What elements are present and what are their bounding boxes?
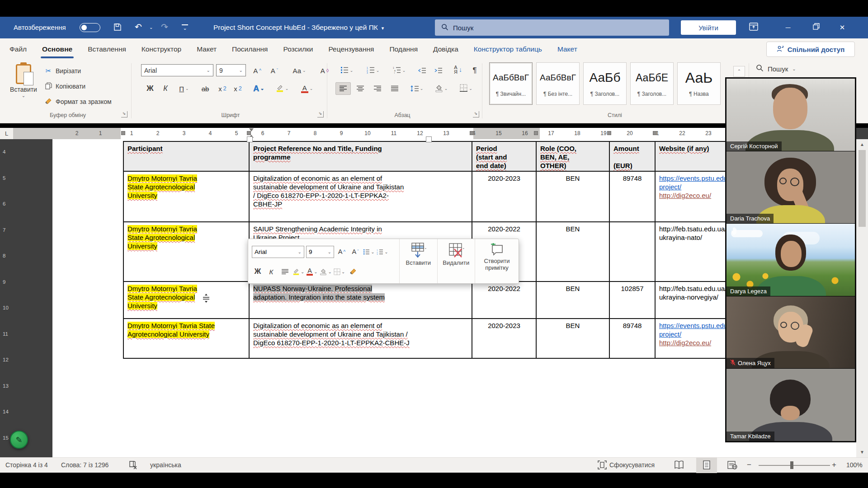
underline-button[interactable]: П⌄ (174, 82, 194, 95)
style-card[interactable]: АаБбВвГ¶ Звичайн... (489, 62, 533, 105)
mini-numbering-button[interactable]: 123⌄ (377, 245, 388, 258)
close-button[interactable]: ✕ (835, 23, 849, 33)
tab-Макет[interactable]: Макет (189, 38, 224, 60)
font-color-button[interactable]: А ⌄ (296, 82, 318, 95)
scrollbar-thumb[interactable] (859, 150, 866, 227)
text-effects-button[interactable]: А⌄ (249, 82, 269, 95)
role-cell[interactable]: BEN (537, 172, 610, 222)
tab-Макет[interactable]: Макет (550, 38, 585, 60)
mini-italic-button[interactable]: К (265, 265, 277, 278)
style-card[interactable]: АаЬ¶ Назва (677, 62, 721, 105)
period-cell[interactable]: 2020-2022 (472, 282, 537, 319)
participant-tile[interactable]: Darya Legeza (726, 224, 855, 296)
proofing-errors-icon[interactable] (127, 460, 138, 471)
new-comment-button[interactable]: Створитипримітку (475, 239, 519, 283)
subscript-button[interactable]: x2 (215, 82, 230, 95)
word-count[interactable]: Слова: 7 із 1296 (61, 461, 108, 469)
role-cell[interactable]: BEN (537, 319, 610, 359)
mini-bold-button[interactable]: Ж (252, 265, 264, 278)
mini-borders-button[interactable]: ⌄ (334, 265, 345, 278)
search-input[interactable]: Пошук (435, 19, 669, 36)
style-card[interactable]: АаБбВвГ¶ Без інте... (536, 62, 580, 105)
tab-Файл[interactable]: Файл (2, 38, 34, 60)
table-column-marker[interactable] (534, 131, 538, 135)
table-header-cell[interactable]: Project Reference No and Title, Fundingp… (250, 142, 472, 172)
paste-button[interactable]: Вставити ⌄ (6, 63, 41, 110)
amount-cell[interactable] (610, 222, 656, 282)
mini-justify-button[interactable] (279, 265, 291, 278)
project-cell[interactable]: Digitalization of economic as an element… (250, 172, 472, 222)
text-highlight-button[interactable]: ⌄ (271, 82, 293, 95)
table-header-cell[interactable]: Period(start andend date) (472, 142, 537, 172)
print-layout-icon[interactable] (701, 460, 712, 471)
shrink-font-button[interactable]: Аˇ (267, 64, 282, 77)
ribbon-search-button[interactable]: Пошук ⌄ (756, 64, 796, 73)
mini-shading-button[interactable]: ⌄ (320, 265, 331, 278)
table-header-cell[interactable]: Amount (EUR) (610, 142, 656, 172)
document-title[interactable]: Project Short Concept HubEd - Збережено … (213, 23, 384, 32)
increase-indent-button[interactable] (431, 64, 446, 77)
scroll-down-icon[interactable]: ▼ (856, 450, 868, 455)
superscript-button[interactable]: x2 (231, 82, 245, 95)
undo-icon[interactable]: ↶ (135, 22, 142, 32)
redo-icon[interactable]: ↷ (161, 22, 168, 32)
participant-tile[interactable]: Tamar Kbiladze (726, 369, 855, 441)
multilevel-list-button[interactable]: 1ai ⌄ (387, 64, 411, 77)
change-case-button[interactable]: Аа⌄ (288, 64, 311, 77)
participant-cell[interactable]: Dmytro Motornyi Tavria StateAgrotecnolog… (124, 319, 250, 359)
tab-Вставлення[interactable]: Вставлення (80, 38, 134, 60)
copy-button[interactable]: Копіювати (44, 80, 85, 93)
language-indicator[interactable]: українська (150, 461, 181, 469)
numbering-button[interactable]: 123 ⌄ (361, 64, 385, 77)
style-card[interactable]: АаБбЕ¶ Заголов... (630, 62, 674, 105)
mini-shrink-font-button[interactable]: Аˇ (349, 245, 361, 258)
font-dialog-launcher[interactable]: ⇘ (317, 111, 324, 117)
delete-table-button[interactable]: ⌄ Видалити (437, 239, 475, 283)
read-mode-icon[interactable] (674, 460, 684, 471)
zoom-out-button[interactable]: − (747, 460, 751, 469)
share-button[interactable]: Спільний доступ (766, 42, 855, 57)
tab-Розсилки[interactable]: Розсилки (275, 38, 321, 60)
tab-Посилання[interactable]: Посилання (224, 38, 275, 60)
participant-cell[interactable]: Dmytro Motornyi TavriaState Agrotecnolog… (124, 172, 250, 222)
role-cell[interactable]: BEN (537, 222, 610, 282)
table-column-marker[interactable] (121, 131, 125, 135)
tab-Конструктор[interactable]: Конструктор (134, 38, 189, 60)
sign-in-button[interactable]: Увійти (681, 20, 736, 35)
column-resize-handle[interactable] (426, 136, 432, 142)
minimize-button[interactable]: ─ (781, 23, 795, 33)
autosave-toggle[interactable] (80, 23, 100, 32)
save-icon[interactable] (113, 23, 122, 34)
clear-formatting-button[interactable]: А◊ (316, 64, 334, 77)
zoom-slider-track[interactable] (759, 465, 830, 466)
period-cell[interactable]: 2020-2023 (472, 172, 537, 222)
tab-Конструктор таблиць[interactable]: Конструктор таблиць (466, 38, 550, 60)
restore-button[interactable] (809, 23, 823, 33)
italic-button[interactable]: К (159, 82, 172, 95)
tab-Подання[interactable]: Подання (382, 38, 425, 60)
project-cell[interactable]: NUPASS Norway-Ukraine. Professionaladapt… (250, 282, 472, 319)
align-left-button[interactable] (335, 82, 351, 95)
ribbon-display-options-icon[interactable] (747, 23, 760, 33)
hyperlink[interactable]: project/ (659, 330, 681, 338)
first-line-indent-marker[interactable] (249, 128, 254, 131)
hyperlink[interactable]: http://dig2eco.eu/ (659, 192, 711, 199)
justify-button[interactable] (387, 82, 402, 95)
role-cell[interactable]: BEN (537, 282, 610, 319)
paragraph-dialog-launcher[interactable]: ⇘ (473, 111, 479, 117)
cut-button[interactable]: ✂ Вирізати (44, 64, 81, 78)
font-family-select[interactable]: Arial⌄ (141, 64, 213, 76)
table-column-marker[interactable] (470, 131, 474, 135)
scroll-up-icon[interactable]: ▲ (856, 142, 868, 147)
column-resize-handle[interactable] (247, 136, 253, 142)
table-header-cell[interactable]: Participant (124, 142, 250, 172)
mini-grow-font-button[interactable]: А^ (336, 245, 348, 258)
show-formatting-button[interactable]: ¶ (468, 64, 481, 77)
vertical-scrollbar[interactable]: ▲ ▼ (856, 139, 868, 457)
period-cell[interactable]: 2020-2023 (472, 319, 537, 359)
participant-cell[interactable]: Dmytro Motornyi TavriaState Agrotecnolog… (124, 282, 250, 319)
amount-cell[interactable]: 89748 (610, 172, 656, 222)
clipboard-dialog-launcher[interactable]: ⇘ (121, 111, 127, 117)
zoom-level[interactable]: 100% (846, 461, 863, 469)
shading-button[interactable]: ⌄ (430, 82, 452, 95)
